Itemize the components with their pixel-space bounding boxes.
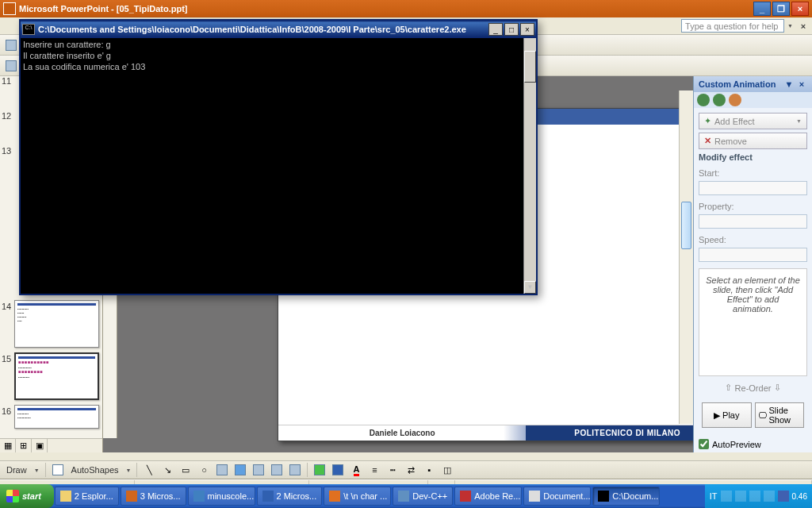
view-buttons: ▦ ⊞ ▣: [0, 438, 103, 452]
arrow-style-tool[interactable]: ⇄: [403, 462, 419, 478]
taskbar-item-label: 2 Esplor...: [75, 491, 113, 501]
taskbar-item[interactable]: 3 Micros...: [121, 487, 186, 506]
minimize-button[interactable]: _: [753, 2, 771, 16]
console-line: La sua codifica numerica e' 103: [23, 62, 145, 71]
taskbar-item[interactable]: Adobe Re...: [454, 487, 522, 506]
slide-footer: Daniele Loiacono POLITECNICO DI MILANO: [278, 425, 693, 441]
dash-style-tool[interactable]: ┅: [385, 462, 400, 478]
taskbar-item-label: \t \n char ...: [343, 491, 387, 501]
autopreview-checkbox[interactable]: [699, 439, 709, 449]
decrease-indent-button[interactable]: [3, 58, 19, 74]
help-search[interactable]: [681, 19, 784, 33]
new-button[interactable]: [3, 37, 19, 53]
taskbar-item[interactable]: 2 Esplor...: [55, 487, 119, 506]
line-color-tool[interactable]: [330, 462, 346, 478]
sorter-view-button[interactable]: ⊞: [16, 439, 32, 452]
play-button[interactable]: ▶ Play: [702, 402, 752, 428]
start-select[interactable]: [699, 181, 807, 195]
reorder-up-icon[interactable]: ⇧: [725, 383, 732, 393]
windows-logo-icon: [6, 490, 19, 502]
system-tray: IT 0.46: [705, 484, 812, 508]
modify-effect-header: Modify effect: [699, 152, 807, 162]
console-close-button[interactable]: ×: [520, 23, 534, 36]
taskbar-item[interactable]: minuscole...: [188, 487, 255, 506]
taskbar-item[interactable]: Dev-C++: [393, 487, 453, 506]
shadow-tool[interactable]: ▪: [421, 462, 437, 478]
taskbar-item-label: Document...: [543, 491, 590, 501]
start-button[interactable]: start: [0, 484, 54, 508]
nav-home-icon[interactable]: [729, 94, 741, 106]
thumbnail-item[interactable]: 15 ▪▪▪▪▪▪▪▪▪▪▪▪▪▪▪▪▪▪▪▪▪▪▪▪▪▪▪▪▪▪▪▪▪▪▪▪▪…: [0, 349, 102, 402]
thumb-number: 15: [2, 352, 14, 364]
diagram-tool[interactable]: [251, 462, 266, 478]
language-indicator[interactable]: IT: [710, 491, 718, 501]
nav-forward-icon[interactable]: [713, 94, 726, 106]
console-titlebar[interactable]: C:\ C:\Documents and Settings\loiacono\D…: [21, 21, 536, 38]
arrow-tool[interactable]: ↘: [159, 462, 175, 478]
taskbar-item[interactable]: \t \n char ...: [324, 487, 391, 506]
word-icon: [262, 491, 274, 502]
vertical-scrollbar[interactable]: [679, 90, 693, 424]
thumbnail-item[interactable]: 16 ▪▪▪▪▪▪▪▪▪▪▪▪▪▪▪▪▪▪▪▪▪▪: [0, 402, 102, 430]
select-tool[interactable]: [50, 462, 66, 478]
console-output[interactable]: Inserire un carattere: g Il carattere in…: [21, 38, 536, 294]
restore-button[interactable]: ❐: [772, 2, 790, 16]
scroll-down-button[interactable]: ▼: [524, 281, 536, 294]
3d-tool[interactable]: ◫: [439, 462, 455, 478]
console-window: C:\ C:\Documents and Settings\loiacono\D…: [19, 19, 538, 295]
reorder-down-icon[interactable]: ⇩: [774, 383, 781, 393]
line-tool[interactable]: ╲: [141, 462, 157, 478]
console-icon: [598, 491, 609, 502]
taskbar-item-active[interactable]: C:\Docum...: [592, 487, 660, 506]
animation-hint: Select an element of the slide, then cli…: [699, 268, 807, 376]
help-search-input[interactable]: [681, 19, 784, 33]
fill-color-tool[interactable]: [312, 462, 327, 478]
slideshow-button[interactable]: 🖵 Slide Show: [755, 402, 805, 428]
autopreview-label: AutoPreview: [712, 440, 761, 449]
tray-icon[interactable]: [721, 491, 732, 502]
nav-back-icon[interactable]: [697, 94, 710, 106]
tray-icon[interactable]: [749, 491, 760, 502]
property-select[interactable]: [699, 214, 807, 229]
speed-label: Speed:: [699, 235, 807, 244]
normal-view-button[interactable]: ▦: [0, 439, 16, 452]
console-minimize-button[interactable]: _: [488, 23, 503, 36]
scrollbar-thumb[interactable]: [681, 202, 691, 249]
clipart-tool[interactable]: [269, 462, 285, 478]
thumb-preview-current[interactable]: ▪▪▪▪▪▪▪▪▪▪▪▪▪▪▪▪▪▪▪▪▪▪▪▪▪▪▪▪▪▪▪▪▪▪▪▪▪▪▪▪: [14, 352, 99, 400]
thumb-preview[interactable]: ▪▪▪▪▪▪▪▪▪▪▪▪▪▪▪▪▪▪▪▪▪▪: [14, 405, 99, 429]
thumbnail-item[interactable]: 14 ▪▪▪▪▪▪▪▪▪▪▪▪▪▪▪▪▪▪▪▪▪▪▪▪▪▪▪▪: [0, 297, 102, 349]
console-maximize-button[interactable]: □: [504, 23, 519, 36]
tray-icon[interactable]: [735, 491, 746, 502]
pane-dropdown-icon[interactable]: ▼: [783, 79, 795, 89]
autoshapes-menu[interactable]: AutoShapes: [68, 465, 122, 475]
speed-select[interactable]: [699, 248, 807, 262]
oval-tool[interactable]: ○: [196, 462, 212, 478]
slideshow-view-button[interactable]: ▣: [32, 439, 48, 452]
console-scrollbar[interactable]: ▲ ▼: [523, 38, 536, 294]
line-style-tool[interactable]: ≡: [366, 462, 382, 478]
clock[interactable]: 0.46: [792, 492, 807, 501]
document-close-button[interactable]: ×: [798, 21, 809, 31]
console-line: Il carattere inserito e' g: [23, 51, 111, 60]
window-title: Microsoft PowerPoint - [05_TipiDato.ppt]: [19, 4, 752, 13]
tray-icon[interactable]: [764, 491, 775, 502]
textbox-tool[interactable]: [214, 462, 230, 478]
tray-icon[interactable]: [778, 491, 789, 502]
help-dropdown-icon[interactable]: ▼: [787, 23, 793, 29]
add-effect-button[interactable]: ✦Add Effect ▼: [699, 113, 807, 129]
remove-button[interactable]: ✕Remove: [699, 133, 807, 149]
rectangle-tool[interactable]: ▭: [178, 462, 193, 478]
wordart-tool[interactable]: [232, 462, 248, 478]
autopreview-row[interactable]: AutoPreview: [694, 436, 812, 452]
thumb-preview[interactable]: ▪▪▪▪▪▪▪▪▪▪▪▪▪▪▪▪▪▪▪▪▪▪▪▪▪▪▪▪: [14, 300, 99, 348]
pane-close-icon[interactable]: ×: [796, 79, 807, 89]
scroll-thumb[interactable]: [524, 51, 536, 83]
taskbar-item[interactable]: 2 Micros...: [257, 487, 323, 506]
picture-tool[interactable]: [287, 462, 303, 478]
font-color-tool[interactable]: A: [348, 462, 364, 478]
draw-menu[interactable]: Draw: [3, 465, 30, 475]
close-button[interactable]: ×: [791, 2, 809, 16]
start-label: start: [22, 491, 41, 501]
taskbar-item[interactable]: Document...: [523, 487, 591, 506]
